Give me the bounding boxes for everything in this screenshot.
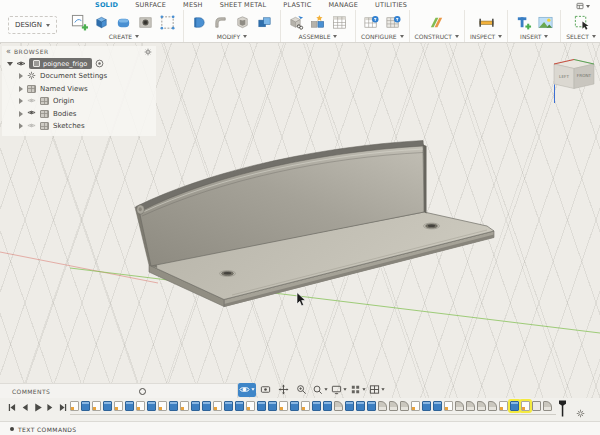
timeline-feature-sketch[interactable] <box>158 401 167 411</box>
timeline-feature-sketch[interactable] <box>411 401 420 411</box>
toolbar-group-label[interactable]: CREATE <box>109 33 139 40</box>
pan-button[interactable] <box>275 383 292 397</box>
toolbar-group-label[interactable]: CONSTRUCT <box>415 33 459 40</box>
activate-component-radio[interactable] <box>95 59 104 68</box>
timeline-feature-extrude[interactable] <box>323 401 332 411</box>
browser-item-document-settings[interactable]: Document Settings <box>2 70 156 83</box>
timeline-feature-fillet[interactable] <box>543 401 552 411</box>
joint-button[interactable] <box>308 12 328 32</box>
tab-plastic[interactable]: PLASTIC <box>282 1 312 10</box>
timeline-feature-sketch[interactable] <box>213 401 222 411</box>
timeline-feature-sketch[interactable] <box>499 401 508 411</box>
hole-button[interactable] <box>136 12 156 32</box>
timeline-feature-fillet[interactable] <box>477 401 486 411</box>
root-component[interactable]: poignee_frigo <box>29 58 92 69</box>
toolbar-group-label[interactable]: CONFIGURE <box>361 33 404 40</box>
toolbar-options-icon[interactable] <box>576 2 590 10</box>
toolbar-group-label[interactable]: SELECT <box>566 33 596 40</box>
timeline-feature-box[interactable] <box>532 401 541 411</box>
timeline-feature-extrude[interactable] <box>202 401 211 411</box>
text-commands-bar[interactable]: TEXT COMMANDS <box>0 421 600 435</box>
browser-item-bodies[interactable]: Bodies <box>2 108 156 121</box>
configuration-table-button[interactable] <box>361 12 381 32</box>
fit-button[interactable] <box>311 383 329 397</box>
timeline-feature-sketch[interactable] <box>70 401 79 411</box>
configuration-insert-button[interactable] <box>383 12 403 32</box>
select-window-button[interactable] <box>571 12 591 32</box>
timeline-feature-extrude[interactable] <box>356 401 365 411</box>
tab-mesh[interactable]: MESH <box>182 1 204 10</box>
bom-table-button[interactable] <box>330 12 350 32</box>
timeline-feature-sketch[interactable] <box>444 401 453 411</box>
visibility-eye-icon[interactable] <box>16 60 26 67</box>
timeline-feature-sketch[interactable] <box>279 401 288 411</box>
go-to-start-button[interactable] <box>7 403 16 412</box>
display-settings-button[interactable] <box>330 383 348 397</box>
expand-caret-icon[interactable] <box>19 98 23 104</box>
browser-item-sketches[interactable]: Sketches <box>2 120 156 133</box>
timeline-position-marker[interactable] <box>558 400 567 421</box>
timeline-feature-extrude[interactable] <box>422 401 431 411</box>
form-button[interactable] <box>114 12 134 32</box>
timeline-feature-extrude[interactable] <box>147 401 156 411</box>
timeline-settings-icon[interactable] <box>576 403 585 422</box>
browser-item-named-views[interactable]: Named Views <box>2 83 156 96</box>
timeline-feature-extrude[interactable] <box>268 401 277 411</box>
timeline-feature-sketch[interactable] <box>246 401 255 411</box>
timeline-feature-extrude[interactable] <box>125 401 134 411</box>
toolbar-group-label[interactable]: ASSEMBLE <box>299 33 338 40</box>
toolbar-group-label[interactable]: MODIFY <box>217 33 247 40</box>
toolbar-group-label[interactable]: INSPECT <box>470 33 502 40</box>
timeline-feature-fillet[interactable] <box>455 401 464 411</box>
timeline-feature-sketch[interactable] <box>114 401 123 411</box>
timeline-feature-sketch[interactable] <box>92 401 101 411</box>
fillet-button[interactable] <box>211 12 231 32</box>
expand-caret-icon[interactable] <box>19 123 23 129</box>
comment-bubble-icon[interactable] <box>139 388 146 395</box>
timeline-feature-extrude[interactable] <box>312 401 321 411</box>
timeline-feature-extrude[interactable] <box>345 401 354 411</box>
tab-sheet-metal[interactable]: SHEET METAL <box>219 1 268 10</box>
visibility-eye-icon[interactable] <box>27 109 36 118</box>
timeline-feature-extrude[interactable] <box>103 401 112 411</box>
timeline-feature-extrude[interactable] <box>224 401 233 411</box>
tab-utilities[interactable]: UTILITIES <box>374 1 408 10</box>
pattern-button[interactable] <box>158 12 178 32</box>
timeline-feature-sketch[interactable] <box>180 401 189 411</box>
orbit-button[interactable] <box>238 383 256 397</box>
combine-button[interactable] <box>255 12 275 32</box>
timeline-feature-fillet[interactable] <box>334 401 343 411</box>
workspace-switcher[interactable]: DESIGN <box>8 16 57 34</box>
tab-solid[interactable]: SOLID <box>94 1 119 10</box>
zoom-button[interactable] <box>293 383 310 397</box>
expand-caret-icon[interactable] <box>7 62 13 66</box>
look-at-button[interactable] <box>257 383 274 397</box>
timeline-feature-sketch[interactable] <box>136 401 145 411</box>
timeline-feature-fillet[interactable] <box>400 401 409 411</box>
go-to-end-button[interactable] <box>59 403 68 412</box>
visibility-eye-icon[interactable] <box>27 97 36 106</box>
collapse-panel-icon[interactable]: « <box>6 48 11 56</box>
browser-item-origin[interactable]: Origin <box>2 95 156 108</box>
timeline-feature-fillet[interactable] <box>466 401 475 411</box>
play-button[interactable] <box>33 403 42 412</box>
insert-canvas-button[interactable] <box>535 12 555 32</box>
viewports-button[interactable] <box>368 383 386 397</box>
timeline-feature-fillet[interactable] <box>389 401 398 411</box>
timeline-feature-fillet[interactable] <box>488 401 497 411</box>
tab-manage[interactable]: MANAGE <box>327 1 359 10</box>
timeline-feature-extrude[interactable] <box>257 401 266 411</box>
timeline-feature-extrude[interactable] <box>510 401 519 411</box>
browser-root-row[interactable]: poignee_frigo <box>2 57 156 70</box>
timeline-feature-extrude[interactable] <box>433 401 442 411</box>
timeline-feature-extrude[interactable] <box>235 401 244 411</box>
timeline-feature-extrude[interactable] <box>81 401 90 411</box>
expand-caret-icon[interactable] <box>19 111 23 117</box>
comments-bar[interactable]: COMMENTS <box>0 383 238 398</box>
step-back-button[interactable] <box>20 403 29 412</box>
shell-button[interactable] <box>233 12 253 32</box>
visibility-eye-icon[interactable] <box>27 122 36 131</box>
expand-caret-icon[interactable] <box>19 86 23 92</box>
browser-settings-icon[interactable] <box>144 48 152 56</box>
timeline-feature-fillet[interactable] <box>378 401 387 411</box>
